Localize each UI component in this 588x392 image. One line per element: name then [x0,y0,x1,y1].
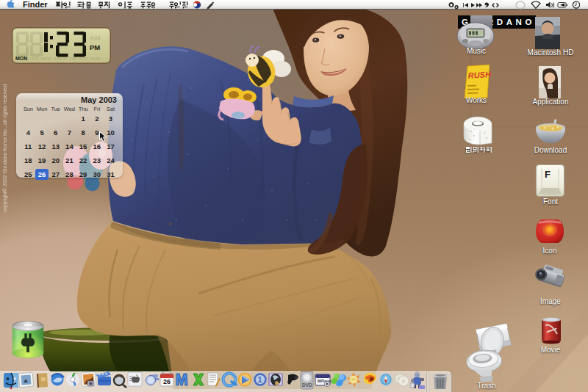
svg-text:1: 1 [258,375,262,384]
svg-text:MON: MON [15,56,27,61]
svg-text:F: F [545,169,551,180]
svg-text:PM: PM [90,43,100,51]
svg-text:26: 26 [163,378,171,385]
svg-text:DVD: DVD [302,382,312,388]
svg-text:TUE WED THUR FRI SAT SUN: TUE WED THUR FRI SAT SUN [29,56,101,61]
svg-text:AM: AM [90,34,101,42]
svg-text:RUSH: RUSH [467,70,491,80]
